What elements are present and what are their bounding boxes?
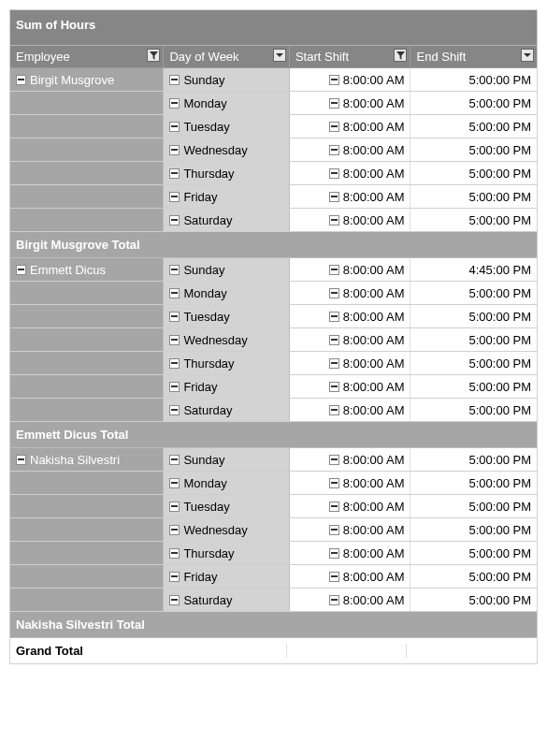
- collapse-icon[interactable]: [169, 335, 180, 345]
- start-cell[interactable]: 8:00:00 AM: [290, 115, 411, 138]
- collapse-icon[interactable]: [16, 455, 26, 465]
- collapse-icon[interactable]: [169, 145, 180, 155]
- collapse-icon[interactable]: [329, 265, 339, 275]
- day-cell[interactable]: Friday: [164, 375, 290, 398]
- collapse-icon[interactable]: [329, 335, 339, 345]
- collapse-icon[interactable]: [329, 548, 339, 559]
- collapse-icon[interactable]: [329, 358, 339, 369]
- day-cell[interactable]: Friday: [164, 185, 290, 208]
- employee-cell[interactable]: [10, 565, 164, 588]
- collapse-icon[interactable]: [329, 312, 339, 322]
- employee-cell[interactable]: [10, 589, 164, 611]
- employee-cell[interactable]: [10, 209, 164, 231]
- collapse-icon[interactable]: [169, 455, 180, 465]
- start-cell[interactable]: 8:00:00 AM: [290, 305, 411, 327]
- collapse-icon[interactable]: [329, 168, 339, 179]
- start-cell[interactable]: 8:00:00 AM: [290, 542, 411, 564]
- day-cell[interactable]: Saturday: [164, 209, 290, 231]
- day-cell[interactable]: Saturday: [164, 589, 290, 611]
- collapse-icon[interactable]: [329, 288, 339, 298]
- employee-cell[interactable]: [10, 542, 164, 564]
- collapse-icon[interactable]: [169, 548, 180, 559]
- collapse-icon[interactable]: [169, 98, 180, 109]
- start-cell[interactable]: 8:00:00 AM: [290, 282, 411, 304]
- collapse-icon[interactable]: [329, 405, 339, 415]
- start-cell[interactable]: 8:00:00 AM: [290, 399, 411, 421]
- day-cell[interactable]: Tuesday: [164, 305, 290, 327]
- collapse-icon[interactable]: [169, 382, 180, 392]
- employee-cell[interactable]: [10, 375, 164, 398]
- day-cell[interactable]: Monday: [164, 282, 290, 304]
- dropdown-icon[interactable]: [273, 49, 286, 62]
- employee-cell[interactable]: [10, 185, 164, 208]
- start-cell[interactable]: 8:00:00 AM: [290, 138, 411, 161]
- day-cell[interactable]: Wednesday: [164, 328, 290, 351]
- start-cell[interactable]: 8:00:00 AM: [290, 472, 411, 494]
- start-cell[interactable]: 8:00:00 AM: [290, 185, 411, 208]
- collapse-icon[interactable]: [169, 572, 180, 582]
- collapse-icon[interactable]: [169, 525, 180, 535]
- employee-cell[interactable]: [10, 352, 164, 374]
- employee-cell[interactable]: Birgit Musgrove: [10, 68, 164, 91]
- collapse-icon[interactable]: [169, 595, 180, 605]
- collapse-icon[interactable]: [329, 215, 339, 225]
- collapse-icon[interactable]: [169, 122, 180, 132]
- employee-cell[interactable]: [10, 399, 164, 421]
- day-cell[interactable]: Monday: [164, 92, 290, 114]
- employee-cell[interactable]: [10, 282, 164, 304]
- start-cell[interactable]: 8:00:00 AM: [290, 92, 411, 114]
- day-cell[interactable]: Sunday: [164, 448, 290, 471]
- day-cell[interactable]: Thursday: [164, 352, 290, 374]
- start-cell[interactable]: 8:00:00 AM: [290, 589, 411, 611]
- employee-cell[interactable]: [10, 472, 164, 494]
- start-cell[interactable]: 8:00:00 AM: [290, 209, 411, 231]
- day-cell[interactable]: Tuesday: [164, 115, 290, 138]
- collapse-icon[interactable]: [329, 502, 339, 512]
- start-cell[interactable]: 8:00:00 AM: [290, 518, 411, 541]
- day-cell[interactable]: Monday: [164, 472, 290, 494]
- day-cell[interactable]: Wednesday: [164, 138, 290, 161]
- employee-cell[interactable]: [10, 115, 164, 138]
- day-cell[interactable]: Tuesday: [164, 495, 290, 517]
- employee-cell[interactable]: [10, 305, 164, 327]
- collapse-icon[interactable]: [16, 75, 26, 85]
- start-cell[interactable]: 8:00:00 AM: [290, 375, 411, 398]
- employee-cell[interactable]: [10, 92, 164, 114]
- collapse-icon[interactable]: [169, 215, 180, 225]
- collapse-icon[interactable]: [16, 265, 26, 275]
- collapse-icon[interactable]: [169, 192, 180, 202]
- day-cell[interactable]: Thursday: [164, 542, 290, 564]
- collapse-icon[interactable]: [329, 595, 339, 605]
- day-cell[interactable]: Wednesday: [164, 518, 290, 541]
- collapse-icon[interactable]: [169, 288, 180, 298]
- filter-icon[interactable]: [147, 49, 160, 62]
- employee-cell[interactable]: [10, 138, 164, 161]
- employee-cell[interactable]: [10, 328, 164, 351]
- start-cell[interactable]: 8:00:00 AM: [290, 352, 411, 374]
- collapse-icon[interactable]: [169, 168, 180, 179]
- employee-cell[interactable]: Emmett Dicus: [10, 258, 164, 281]
- dropdown-icon[interactable]: [521, 49, 534, 62]
- collapse-icon[interactable]: [169, 312, 180, 322]
- collapse-icon[interactable]: [169, 502, 180, 512]
- day-cell[interactable]: Sunday: [164, 258, 290, 281]
- day-cell[interactable]: Sunday: [164, 68, 290, 91]
- collapse-icon[interactable]: [329, 525, 339, 535]
- start-cell[interactable]: 8:00:00 AM: [290, 68, 411, 91]
- day-cell[interactable]: Saturday: [164, 399, 290, 421]
- start-cell[interactable]: 8:00:00 AM: [290, 258, 411, 281]
- collapse-icon[interactable]: [329, 98, 339, 109]
- start-cell[interactable]: 8:00:00 AM: [290, 495, 411, 517]
- collapse-icon[interactable]: [329, 145, 339, 155]
- start-cell[interactable]: 8:00:00 AM: [290, 565, 411, 588]
- collapse-icon[interactable]: [329, 455, 339, 465]
- collapse-icon[interactable]: [329, 382, 339, 392]
- collapse-icon[interactable]: [329, 192, 339, 202]
- collapse-icon[interactable]: [329, 122, 339, 132]
- collapse-icon[interactable]: [169, 478, 180, 488]
- employee-cell[interactable]: Nakisha Silvestri: [10, 448, 164, 471]
- collapse-icon[interactable]: [169, 75, 180, 85]
- day-cell[interactable]: Friday: [164, 565, 290, 588]
- collapse-icon[interactable]: [329, 572, 339, 582]
- employee-cell[interactable]: [10, 162, 164, 184]
